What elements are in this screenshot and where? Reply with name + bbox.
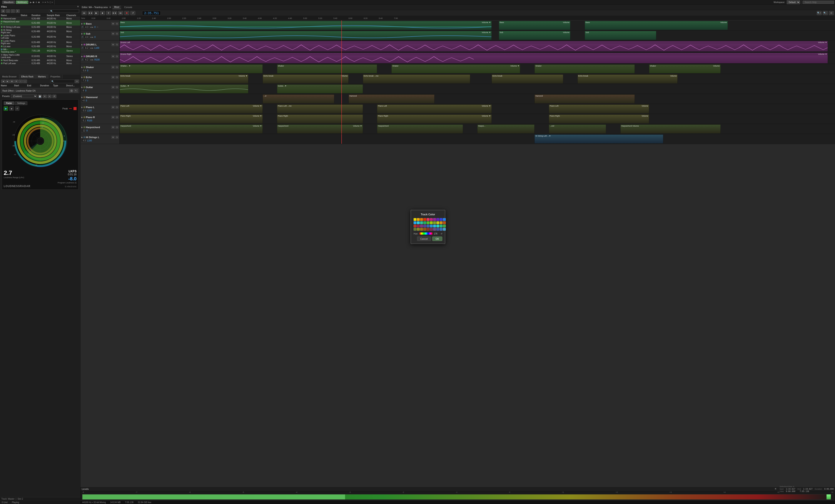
piano-r-m[interactable]: M [111,116,115,119]
file-row[interactable]: Mary Had a Little Lamb.wav 0:18.831 4410… [0,54,80,59]
piano-l-clip-3[interactable]: Piano Left Volume ▼ [377,104,491,113]
color-swatch[interactable] [423,224,426,227]
color-swatch[interactable] [440,221,443,224]
color-swatch[interactable] [433,218,436,221]
files-btn-1[interactable]: ⊕ [1,9,5,13]
sub-clip-1[interactable]: Sub Volume ▼ [120,31,492,40]
bass-clip-3[interactable]: Bass Volume [585,21,728,30]
harp-clip-4[interactable]: Harpsi... [477,124,534,133]
zoom-fit[interactable]: ⊡ [829,11,834,15]
harp-m[interactable]: M [111,126,115,129]
transport-loop[interactable]: ↺ [130,11,135,15]
guitar-clip-1[interactable]: Guitar...▼ [120,84,248,93]
hammond-s[interactable]: S [116,96,119,99]
harp-clip-1[interactable]: Harpsichord Volume ▼ [120,124,263,133]
echo-clip-3[interactable]: Echo break ...me [363,74,470,83]
radar-pause-btn[interactable]: ↺ [15,106,19,111]
color-swatch[interactable] [413,224,416,227]
histr-m[interactable]: M [111,136,115,139]
shaker-content[interactable]: Shaker... ▼ Shaker Shaker Volume ▼ Shake… [120,64,835,74]
color-swatch[interactable] [423,228,426,230]
piano-l-clip-2[interactable]: Piano Left ...me [277,104,363,113]
markers-search[interactable] [50,80,75,83]
transport-fwd[interactable]: ►► [112,11,117,15]
color-swatch[interactable] [440,218,443,221]
transport-pause[interactable]: ⏸ [106,11,111,15]
transport-play[interactable]: ▶ [94,11,99,15]
color-swatch[interactable] [443,228,446,230]
echo-clip-1[interactable]: Echo break Volume ▼ [120,74,248,83]
file-row[interactable]: Lezlie Piano Left.wav 6:26.489 44100 Hz … [0,34,80,40]
shaker-clip-4[interactable]: Shaker [534,64,635,73]
file-row[interactable]: Liz.wav 6:26.489 44100 Hz Mono [0,45,80,48]
piano-r-clip-4[interactable]: Piano Right Volume [549,115,649,123]
harp-clip-2[interactable]: Harpsichord Volume ▼ [277,124,363,133]
piano-l-clip-1[interactable]: Piano Left Volume ▼ [120,104,263,113]
files-btn-2[interactable]: ↓ [6,9,10,13]
hi-strings-l-content[interactable]: Hi String Left ...▼ [120,134,835,144]
bass-content[interactable]: Bass Volume ▼ Bass Volume Bass Volume [120,20,835,30]
bass-m[interactable]: M [111,22,115,25]
radar-tab-radar[interactable]: Radar [4,101,14,105]
tab-media-browser[interactable]: Media Browser [0,75,19,79]
zoom-in[interactable]: 🔍+ [817,11,821,15]
echo-m[interactable]: M [111,76,115,79]
histr-s[interactable]: S [116,136,119,139]
marker-btn-6[interactable]: ↓ [23,80,27,83]
radar-tab-settings[interactable]: Settings [15,101,27,105]
harp-clip-5[interactable]: ...ord [549,124,606,133]
levels-close[interactable]: ✕ [775,487,776,490]
piano-l-clip-4[interactable]: Piano Left Volume [549,104,649,113]
color-swatch[interactable] [443,224,446,227]
shaker-s[interactable]: S [116,66,119,69]
hammond-content[interactable]: ...d Hamond Hamond [120,94,835,104]
sub-s[interactable]: S [116,32,119,35]
color-swatch[interactable] [413,221,416,224]
file-row[interactable]: Pad Left.wav 6:26.489 44100 Hz Mono [0,62,80,65]
tab-markers[interactable]: Markers [36,75,48,79]
hue-slider[interactable] [420,233,432,235]
files-close[interactable]: ✕ [77,5,79,8]
tab-console[interactable]: Console [122,6,134,9]
echo-clip-4[interactable]: Echo break [492,74,563,83]
echo-clip-5[interactable]: Echo break Volume [577,74,678,83]
guitar-s[interactable]: S [116,86,119,89]
color-swatch[interactable] [423,218,426,221]
bass-s[interactable]: S [116,22,119,25]
transport-stop[interactable]: ■ [100,11,105,15]
color-swatch[interactable] [413,228,416,230]
color-swatch[interactable] [417,224,420,227]
harpsichord-content[interactable]: Harpsichord Volume ▼ Harpsichord Volume … [120,124,835,134]
piano-r-clip-2[interactable]: Piano Right [277,115,363,123]
shaker-clip-3[interactable]: Shaker Volume ▼ [391,64,520,73]
transport-rewind[interactable]: ⏮ [82,11,86,15]
color-swatch[interactable] [420,228,423,230]
color-swatch[interactable] [440,228,443,230]
zoom-out[interactable]: 🔍- [823,11,828,15]
bass-clip-1[interactable]: Bass Volume ▼ [120,21,492,30]
file-row[interactable]: Hamond.wav 6:26.489 44100 Hz Mono [0,17,80,20]
color-swatch[interactable] [436,218,439,221]
drums-l-s[interactable]: S [116,43,119,46]
piano-r-clip-1[interactable]: Piano Right Volume ▼ [120,115,263,123]
files-search[interactable] [49,9,79,13]
shaker-clip-1[interactable]: Shaker... ▼ [120,64,263,73]
color-swatch[interactable] [427,228,429,230]
echo-s[interactable]: S [116,76,119,79]
radar-play-btn[interactable]: ▶ [4,106,8,111]
marker-btn-4[interactable]: ✕ [14,80,18,83]
drums-l-content[interactable]: Drums Left Volume ▼ [120,40,835,52]
color-swatch[interactable] [443,218,446,221]
marker-btn-2[interactable]: ► [6,80,9,83]
color-swatch[interactable] [413,218,416,221]
guitar-content[interactable]: Guitar...▼ Guitar...▼ [120,84,835,94]
color-swatch[interactable] [427,221,429,224]
multitrack-btn[interactable]: Multitrack [16,1,28,4]
workspace-select[interactable]: Default [787,0,800,4]
preset-menu[interactable]: ≡ [48,95,52,98]
color-swatch[interactable] [420,224,423,227]
waveform-btn[interactable]: Waveform [2,1,15,4]
color-swatch[interactable] [430,224,433,227]
piano-r-s[interactable]: S [116,116,119,119]
preset-save[interactable]: 💾 [38,95,42,98]
